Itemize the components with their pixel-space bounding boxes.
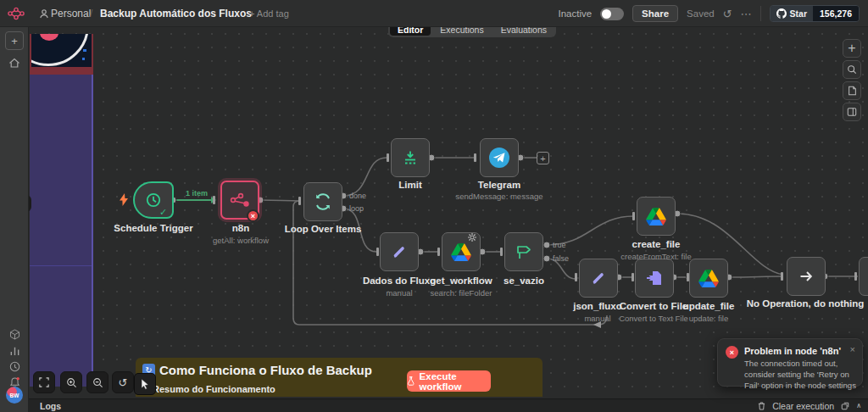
node-sublabel: createFromText: file (620, 252, 691, 261)
node-convert-to-file[interactable] (635, 259, 674, 298)
github-star-widget[interactable]: Star 156,276 (770, 5, 860, 22)
user-avatar[interactable]: BW (6, 387, 23, 404)
add-node-button[interactable]: + (843, 39, 861, 58)
node-label: n8n (232, 223, 249, 233)
node-update-file[interactable] (689, 259, 728, 298)
node-sublabel: sendMessage: message (456, 192, 543, 201)
output-label-true: true (553, 241, 566, 249)
node-label: update_file (683, 301, 735, 311)
add-connected-node-button[interactable]: + (537, 152, 549, 164)
embedded-image (30, 34, 93, 75)
pencil-icon (589, 269, 608, 287)
cursor-overlay (134, 373, 156, 395)
active-toggle-label: Inactive (558, 8, 592, 19)
cursor-arrow-icon (140, 378, 150, 390)
search-nodes-button[interactable] (843, 60, 861, 79)
n8n-app: { "header": { "project": "Personal", "ti… (0, 0, 868, 412)
saved-status: Saved (687, 8, 715, 19)
add-workflow-button[interactable]: + (5, 31, 24, 50)
limit-icon (401, 148, 420, 167)
toast-title: Problem in node 'n8n' (744, 346, 841, 356)
node-limit[interactable] (391, 138, 430, 177)
n8n-logo-icon (8, 7, 25, 20)
node-label: json_fluxo (573, 301, 622, 311)
node-create-file[interactable] (637, 197, 676, 236)
history-icon[interactable]: ↺ (723, 8, 732, 19)
sticky-note-purple[interactable] (30, 75, 93, 387)
toggle-knob (602, 9, 611, 19)
add-tag-button[interactable]: + Add tag (249, 8, 289, 19)
node-dados-do-fluxo[interactable] (380, 232, 419, 271)
node-sublabel: search: fileFolder (431, 288, 492, 298)
trigger-bolt-icon (119, 193, 129, 206)
execute-workflow-button[interactable]: Execute workflow (407, 370, 491, 392)
error-toast[interactable]: × Problem in node 'n8n' × The connection… (717, 338, 863, 387)
node-label: Dados do Fluxo (363, 276, 436, 286)
node-label: Limit (398, 180, 421, 190)
sticky-note-button[interactable] (843, 81, 861, 100)
node-sublabel: update: file (689, 314, 728, 323)
github-star-label: Star (790, 8, 807, 19)
if-signpost-icon (515, 242, 533, 261)
clear-execution-button[interactable]: Clear execution (772, 401, 834, 411)
toast-close-icon[interactable]: × (850, 344, 855, 354)
google-drive-icon (698, 270, 719, 287)
node-label: Schedule Trigger (114, 223, 192, 233)
zoom-out-button[interactable] (86, 371, 108, 393)
node-sublabel: manual (386, 288, 412, 298)
trash-icon (758, 402, 765, 410)
templates-icon[interactable] (0, 329, 29, 340)
execute-workflow-label: Execute workflow (420, 371, 491, 392)
google-drive-icon (451, 243, 471, 261)
share-button[interactable]: Share (632, 5, 678, 22)
node-clipped[interactable] (859, 257, 868, 296)
person-icon (39, 8, 49, 19)
node-telegram[interactable] (480, 138, 519, 177)
success-check-badge: ✓ (159, 207, 167, 218)
node-label: Convert to File (620, 301, 688, 311)
node-label: Loop Over Items (285, 224, 362, 234)
toast-body: The connection timed out, consider setti… (744, 359, 856, 391)
insights-icon[interactable] (0, 345, 29, 356)
n8n-node-icon (230, 192, 250, 208)
zoom-fit-button[interactable] (33, 371, 55, 393)
active-toggle[interactable] (600, 8, 624, 20)
logs-panel-button[interactable] (843, 103, 861, 121)
logs-label[interactable]: Logs (40, 401, 61, 411)
workflow-title[interactable]: Backup Automático dos Fluxos (100, 8, 252, 19)
output-label-loop: loop (349, 204, 364, 213)
node-loop-over-items[interactable] (303, 182, 342, 221)
node-sublabel: Convert to Text File (619, 314, 688, 323)
google-drive-icon (646, 208, 666, 225)
node-label: se_vazio (504, 276, 544, 286)
sticky-title: Como Funciona o Fluxo de Backup (159, 363, 372, 377)
breadcrumb-project[interactable]: Personal (51, 8, 91, 19)
left-sidebar: + BW (0, 27, 29, 412)
node-label: get_workflow (430, 276, 492, 286)
node-sublabel: manual (584, 314, 610, 323)
arrow-right-icon (797, 267, 815, 286)
loop-icon (313, 192, 333, 212)
node-label: Telegram (478, 180, 520, 190)
error-badge: × (247, 209, 259, 222)
undo-button[interactable]: ↺ (112, 371, 134, 393)
help-icon[interactable] (0, 361, 29, 372)
node-no-operation[interactable] (787, 257, 826, 296)
node-schedule-trigger[interactable] (133, 181, 174, 219)
popout-icon[interactable] (841, 402, 849, 410)
node-label: create_file (632, 239, 681, 249)
connection-label-items: 1 item (186, 189, 208, 198)
breadcrumb-separator: / (90, 8, 92, 19)
home-icon[interactable] (0, 58, 29, 69)
node-se-vazio[interactable] (504, 232, 543, 271)
error-icon: × (726, 346, 738, 359)
node-label: No Operation, do nothing (747, 298, 865, 309)
zoom-in-button[interactable] (60, 371, 82, 393)
expand-panel-icon[interactable]: ∧ (856, 402, 861, 409)
logs-bar[interactable]: Logs Clear execution ∧ (29, 398, 868, 412)
github-icon (776, 8, 787, 19)
sticky-subtitle: Resumo do Funcionamento (153, 384, 275, 394)
more-menu-icon[interactable]: ⋯ (741, 8, 752, 19)
node-json-fluxo[interactable] (579, 259, 618, 298)
github-star-count: 156,276 (813, 6, 859, 21)
